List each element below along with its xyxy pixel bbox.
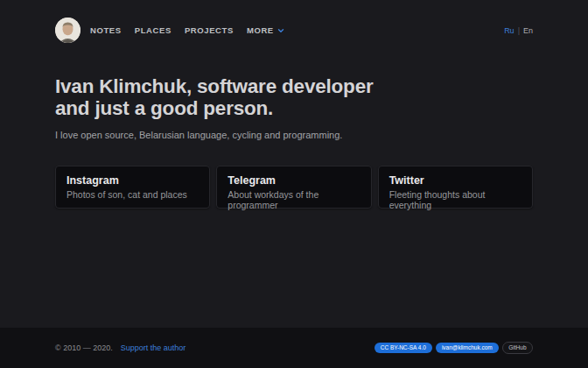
copyright-text: © 2010 — 2020. [55, 343, 113, 352]
nav-item-notes[interactable]: NOTES [90, 25, 122, 35]
github-badge[interactable]: GitHub [502, 342, 533, 354]
nav-item-more[interactable]: MORE [247, 25, 284, 35]
page-title: Ivan Klimchuk, software developer and ju… [55, 75, 533, 119]
site-header: NOTES PLACES PROJECTS MORE Ru | En [55, 0, 533, 43]
main-content: Ivan Klimchuk, software developer and ju… [55, 43, 533, 209]
card-title: Instagram [66, 174, 199, 187]
main-nav: NOTES PLACES PROJECTS MORE [90, 25, 284, 35]
card-description: About workdays of the programmer [228, 189, 360, 210]
email-badge[interactable]: ivan@klimchuk.com [436, 343, 499, 354]
card-title: Telegram [228, 174, 360, 187]
card-twitter[interactable]: Twitter Fleeting thoughts about everythi… [378, 166, 533, 209]
card-title: Twitter [389, 174, 522, 187]
social-cards: Instagram Photos of son, cat and places … [55, 166, 533, 209]
chevron-down-icon [277, 27, 284, 34]
page-title-line1: Ivan Klimchuk, software developer [55, 75, 374, 97]
nav-item-places[interactable]: PLACES [135, 25, 172, 35]
page-title-line2: and just a good person. [55, 97, 273, 119]
license-badge[interactable]: CC BY-NC-SA 4.0 [374, 343, 432, 354]
card-telegram[interactable]: Telegram About workdays of the programme… [216, 166, 371, 209]
language-switcher: Ru | En [504, 26, 533, 35]
nav-item-projects[interactable]: PROJECTS [185, 25, 234, 35]
lang-separator: | [518, 26, 520, 35]
page: NOTES PLACES PROJECTS MORE Ru | En Ivan … [0, 0, 588, 368]
person-portrait-photo [55, 18, 80, 43]
card-description: Photos of son, cat and places [66, 189, 199, 200]
lang-ru-link[interactable]: Ru [504, 26, 514, 35]
site-footer: © 2010 — 2020. Support the author CC BY-… [0, 328, 588, 368]
hero-subtitle: I love open source, Belarusian language,… [55, 130, 533, 140]
nav-item-more-label: MORE [247, 25, 274, 35]
avatar[interactable] [55, 18, 80, 43]
lang-en-link[interactable]: En [523, 26, 533, 35]
footer-badges: CC BY-NC-SA 4.0 ivan@klimchuk.com GitHub [374, 342, 533, 354]
support-author-link[interactable]: Support the author [121, 343, 186, 352]
card-instagram[interactable]: Instagram Photos of son, cat and places [55, 166, 210, 209]
card-description: Fleeting thoughts about everything [389, 189, 522, 210]
hero-section: Ivan Klimchuk, software developer and ju… [55, 75, 533, 140]
